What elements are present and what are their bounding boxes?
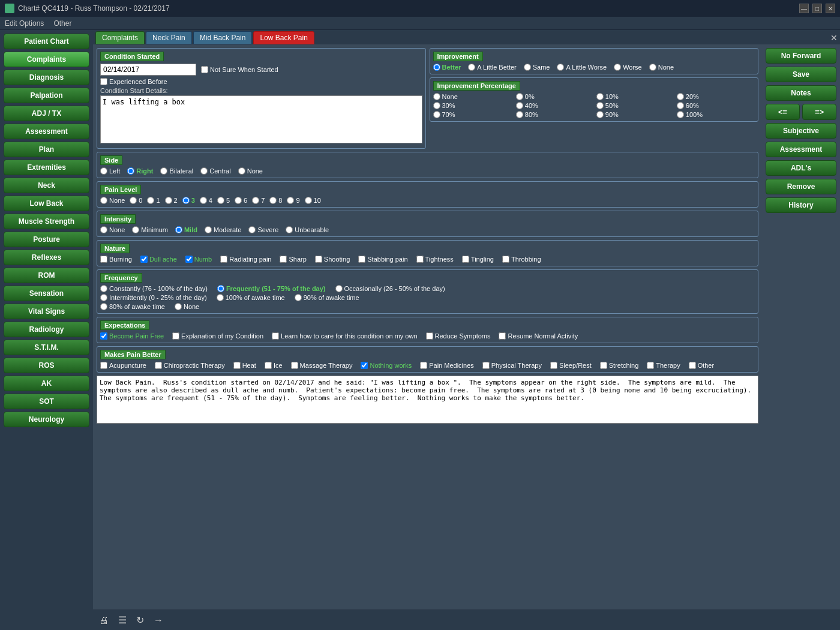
imp-pct-40[interactable]: 40% (516, 102, 590, 109)
no-forward-button[interactable]: No Forward (766, 48, 836, 64)
imp-pct-100[interactable]: 100% (677, 111, 755, 118)
pain-6[interactable]: 6 (235, 197, 247, 204)
print-icon[interactable]: 🖨 (99, 615, 109, 626)
sidebar-item-low-back[interactable]: Low Back (4, 196, 89, 211)
intensity-moderate[interactable]: Moderate (205, 226, 241, 233)
pain-1[interactable]: 1 (147, 197, 160, 204)
adls-button[interactable]: ADL's (766, 160, 836, 176)
freq-intermittently[interactable]: Intermittently (0 - 25% of the day) (100, 294, 207, 301)
menu-other[interactable]: Other (53, 19, 71, 28)
sidebar-item-sensation[interactable]: Sensation (4, 286, 89, 301)
freq-100-awake[interactable]: 100% of awake time (217, 294, 285, 301)
sidebar-item-reflexes[interactable]: Reflexes (4, 250, 89, 265)
nature-radiating-pain[interactable]: Radiating pain (220, 256, 271, 263)
imp-pct-30[interactable]: 30% (433, 102, 510, 109)
minimize-button[interactable]: — (799, 4, 809, 13)
exp-explanation[interactable]: Explanation of my Condition (172, 332, 263, 340)
freq-constantly[interactable]: Constantly (76 - 100% of the day) (100, 285, 208, 292)
nature-dull-ache[interactable]: Dull ache (140, 256, 177, 263)
not-sure-checkbox[interactable] (201, 66, 208, 73)
experienced-checkbox[interactable] (100, 78, 107, 85)
side-none[interactable]: None (238, 167, 263, 175)
menu-edit-options[interactable]: Edit Options (5, 19, 44, 28)
freq-occasionally[interactable]: Occasionally (26 - 50% of the day) (335, 285, 445, 292)
nature-burning[interactable]: Burning (100, 256, 132, 263)
improvement-worse[interactable]: Worse (614, 64, 642, 71)
mpb-physical-therapy[interactable]: Physical Therapy (482, 362, 542, 369)
mpb-ice[interactable]: Ice (265, 362, 283, 369)
pain-0[interactable]: 0 (130, 197, 142, 204)
sidebar-item-plan[interactable]: Plan (4, 142, 89, 157)
mpb-other[interactable]: Other (689, 362, 715, 369)
improvement-same[interactable]: Same (524, 64, 550, 71)
subjective-button[interactable]: Subjective (766, 123, 836, 139)
sidebar-item-diagnosis[interactable]: Diagnosis (4, 70, 89, 85)
restore-button[interactable]: □ (812, 4, 822, 13)
mpb-pain-med[interactable]: Pain Medicines (420, 362, 474, 369)
mpb-massage[interactable]: Massage Therapy (291, 362, 353, 369)
freq-none[interactable]: None (175, 303, 199, 310)
imp-pct-80[interactable]: 80% (516, 111, 590, 118)
sidebar-item-stim[interactable]: S.T.I.M. (4, 340, 89, 355)
pain-9[interactable]: 9 (287, 197, 299, 204)
side-left[interactable]: Left (100, 167, 120, 175)
mpb-acupuncture[interactable]: Acupuncture (100, 362, 146, 369)
condition-details-textarea[interactable]: I was lifting a box (100, 95, 422, 143)
refresh-icon[interactable]: ↻ (136, 614, 144, 626)
tab-complaints[interactable]: Complaints (95, 31, 145, 44)
imp-pct-none[interactable]: None (433, 93, 510, 100)
intensity-minimum[interactable]: Minimum (132, 226, 168, 233)
side-bilateral[interactable]: Bilateral (160, 167, 193, 175)
history-button[interactable]: History (766, 197, 836, 213)
pain-5[interactable]: 5 (217, 197, 230, 204)
sidebar-item-posture[interactable]: Posture (4, 232, 89, 247)
nature-shooting[interactable]: Shooting (315, 256, 350, 263)
mpb-nothing[interactable]: Nothing works (361, 362, 412, 369)
sidebar-item-complaints[interactable]: Complaints (4, 52, 89, 67)
imp-pct-90[interactable]: 90% (596, 111, 671, 118)
mpb-heat[interactable]: Heat (233, 362, 256, 369)
summary-textarea[interactable]: Low Back Pain. Russ's condition started … (97, 376, 758, 424)
forward-icon[interactable]: → (154, 615, 163, 626)
tab-mid-back-pain[interactable]: Mid Back Pain (193, 31, 253, 44)
nature-sharp[interactable]: Sharp (280, 256, 306, 263)
pain-2[interactable]: 2 (165, 197, 178, 204)
sidebar-item-vital-signs[interactable]: Vital Signs (4, 304, 89, 319)
notes-button[interactable]: Notes (766, 85, 836, 101)
mpb-chiro[interactable]: Chiropractic Therapy (155, 362, 225, 369)
nature-stabbing-pain[interactable]: Stabbing pain (358, 256, 407, 263)
tab-neck-pain[interactable]: Neck Pain (146, 31, 192, 44)
close-button[interactable]: ✕ (826, 4, 835, 13)
pain-7[interactable]: 7 (252, 197, 265, 204)
freq-80-awake[interactable]: 80% of awake time (100, 303, 165, 310)
sidebar-item-radiology[interactable]: Radiology (4, 322, 89, 337)
sidebar-item-rom[interactable]: ROM (4, 268, 89, 283)
sidebar-item-neurology[interactable]: Neurology (4, 412, 89, 427)
sidebar-item-neck[interactable]: Neck (4, 178, 89, 193)
condition-date-input[interactable] (100, 64, 196, 76)
tab-low-back-pain[interactable]: Low Back Pain (253, 31, 314, 44)
improvement-none[interactable]: None (649, 64, 674, 71)
intensity-mild[interactable]: Mild (175, 226, 197, 233)
side-right[interactable]: Right (127, 167, 153, 175)
intensity-none[interactable]: None (100, 226, 125, 233)
nav-left-button[interactable]: <= (766, 104, 800, 120)
nature-tingling[interactable]: Tingling (462, 256, 494, 263)
pain-3[interactable]: 3 (182, 197, 195, 204)
imp-pct-50[interactable]: 50% (596, 102, 671, 109)
pain-8[interactable]: 8 (269, 197, 282, 204)
sidebar-item-extremities[interactable]: Extremities (4, 160, 89, 175)
list-icon[interactable]: ☰ (118, 614, 127, 626)
sidebar-item-muscle-strength[interactable]: Muscle Strength (4, 214, 89, 229)
exp-learn-care[interactable]: Learn how to care for this condition on … (272, 332, 417, 340)
mpb-sleep-rest[interactable]: Sleep/Rest (550, 362, 592, 369)
imp-pct-60[interactable]: 60% (677, 102, 755, 109)
sidebar-item-palpation[interactable]: Palpation (4, 88, 89, 103)
sidebar-item-sot[interactable]: SOT (4, 394, 89, 409)
sidebar-item-adj-tx[interactable]: ADJ / TX (4, 106, 89, 121)
nature-throbbing[interactable]: Throbbing (502, 256, 541, 263)
remove-button[interactable]: Remove (766, 179, 836, 194)
intensity-severe[interactable]: Severe (248, 226, 278, 233)
imp-pct-10[interactable]: 10% (596, 93, 671, 100)
freq-frequently[interactable]: Frequently (51 - 75% of the day) (217, 285, 326, 292)
